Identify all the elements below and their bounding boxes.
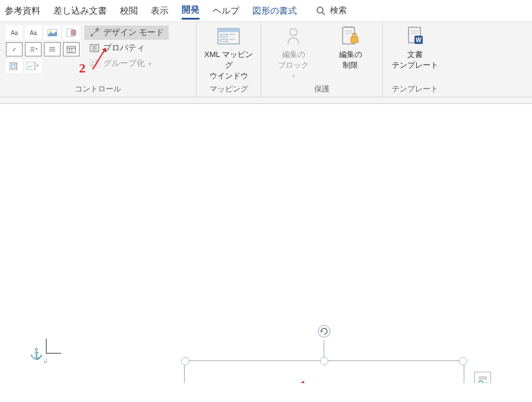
design-mode-label: デザイン モード bbox=[103, 27, 164, 38]
restrict-editing-icon bbox=[339, 26, 362, 47]
block-editing-label: 編集の ブロック bbox=[278, 49, 309, 71]
xml-mapping-label: XML マッピング ウインドウ bbox=[202, 49, 255, 81]
xml-mapping-icon bbox=[217, 26, 240, 47]
callout-2: 2 bbox=[79, 61, 86, 76]
design-mode-icon bbox=[89, 27, 100, 38]
design-mode-button[interactable]: デザイン モード bbox=[84, 26, 169, 40]
svg-point-43 bbox=[318, 325, 330, 337]
rich-text-control-icon[interactable]: Aa bbox=[6, 26, 23, 40]
tab-help[interactable]: ヘルプ bbox=[213, 3, 239, 19]
legacy-tools-icon[interactable] bbox=[25, 59, 42, 73]
svg-rect-13 bbox=[67, 46, 75, 53]
doc-template-button[interactable]: W 文書 テンプレート bbox=[389, 26, 441, 71]
layout-options-icon bbox=[477, 375, 488, 383]
group-label-controls: コントロール bbox=[6, 84, 190, 94]
tab-shapeformat[interactable]: 図形の書式 bbox=[252, 3, 297, 19]
chevron-down-icon: ▾ bbox=[148, 61, 151, 67]
group-label-protect: 保護 bbox=[267, 84, 376, 94]
checkbox-control-icon[interactable]: ✓ bbox=[6, 42, 23, 56]
doc-template-icon: W bbox=[404, 26, 426, 47]
svg-text:W: W bbox=[416, 37, 422, 43]
svg-rect-17 bbox=[10, 63, 17, 70]
controls-gallery[interactable]: Aa Aa ✓ bbox=[6, 26, 80, 73]
document-area[interactable]: ⚓ ↲ 名 前 ： 氏名は必須です ↲ ↲ 受験する資格： りんご狩り技能試験 … bbox=[0, 104, 532, 383]
svg-line-1 bbox=[322, 12, 325, 15]
xml-mapping-button[interactable]: XML マッピング ウインドウ bbox=[202, 26, 255, 81]
group-label-mapping: マッピング bbox=[202, 84, 255, 94]
svg-rect-37 bbox=[351, 37, 358, 43]
tab-mailings[interactable]: 差し込み文書 bbox=[53, 3, 107, 19]
svg-rect-5 bbox=[71, 30, 76, 35]
svg-rect-18 bbox=[11, 65, 15, 68]
group-label: グループ化 bbox=[103, 58, 145, 69]
paragraph-mark: ↲ bbox=[43, 357, 48, 365]
search-label: 検索 bbox=[330, 5, 347, 16]
restrict-editing-label: 編集の 制限 bbox=[339, 49, 362, 71]
callout-1: 1 bbox=[300, 378, 306, 383]
block-editing-icon bbox=[282, 26, 305, 47]
layout-options-button[interactable] bbox=[474, 372, 491, 383]
svg-point-33 bbox=[290, 29, 297, 36]
svg-rect-28 bbox=[218, 29, 239, 32]
svg-line-46 bbox=[93, 48, 106, 69]
resize-handle-n[interactable] bbox=[320, 357, 328, 365]
picture-control-icon[interactable] bbox=[44, 26, 61, 40]
building-block-control-icon[interactable] bbox=[63, 26, 80, 40]
tab-view[interactable]: 表示 bbox=[151, 3, 169, 19]
dropdown-control-icon[interactable] bbox=[44, 42, 61, 56]
svg-rect-19 bbox=[27, 62, 35, 70]
resize-handle-ne[interactable] bbox=[459, 357, 467, 365]
resize-handle-nw[interactable] bbox=[181, 357, 189, 365]
plain-text-control-icon[interactable]: Aa bbox=[25, 26, 42, 40]
properties-label: プロパティ bbox=[103, 43, 145, 53]
repeating-section-control-icon[interactable] bbox=[6, 59, 23, 73]
anchor-icon: ⚓ bbox=[30, 347, 43, 360]
doc-template-label: 文書 テンプレート bbox=[392, 49, 438, 71]
svg-point-0 bbox=[317, 7, 323, 13]
block-editing-button: 編集の ブロック ▾ bbox=[267, 26, 319, 79]
tab-references[interactable]: 参考資料 bbox=[5, 3, 40, 19]
search-button[interactable]: 検索 bbox=[316, 5, 347, 16]
chevron-down-icon: ▾ bbox=[292, 73, 295, 79]
combobox-control-icon[interactable] bbox=[25, 42, 42, 56]
svg-rect-29 bbox=[220, 34, 227, 37]
rotate-handle[interactable] bbox=[318, 325, 331, 338]
search-icon bbox=[316, 6, 325, 15]
annotation-arrow bbox=[89, 47, 109, 72]
margin-indicator bbox=[46, 338, 61, 354]
restrict-editing-button[interactable]: 編集の 制限 bbox=[324, 26, 376, 71]
tab-developer[interactable]: 開発 bbox=[182, 2, 200, 20]
svg-rect-30 bbox=[220, 39, 227, 42]
group-label-template: テンプレート bbox=[389, 84, 441, 94]
date-picker-control-icon[interactable] bbox=[63, 42, 80, 56]
tab-review[interactable]: 校閲 bbox=[120, 3, 138, 19]
